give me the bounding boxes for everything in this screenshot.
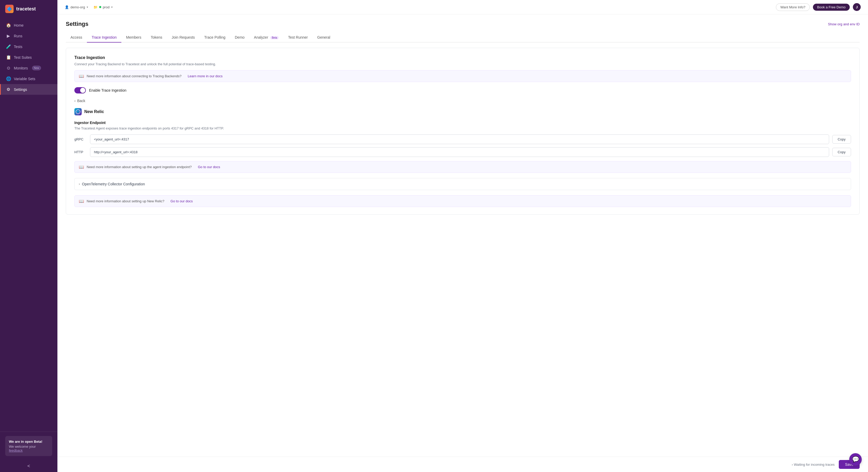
sidebar-item-label: Tests bbox=[14, 45, 23, 49]
toggle-label: Enable Trace Ingestion bbox=[89, 88, 126, 92]
http-endpoint-row: HTTP Copy bbox=[74, 147, 851, 157]
grpc-label: gRPC bbox=[74, 137, 87, 141]
sidebar-item-label: Runs bbox=[14, 34, 23, 38]
test-suites-icon: 📋 bbox=[6, 55, 11, 60]
topbar: 👤 demo-org ▾ 📁 prod ▾ Want More Info? Bo… bbox=[57, 0, 868, 14]
provider-icon bbox=[74, 108, 82, 115]
info-icon-3: 📖 bbox=[79, 199, 84, 204]
info-icon-2: 📖 bbox=[79, 165, 84, 170]
tab-tokens[interactable]: Tokens bbox=[146, 33, 167, 42]
env-name: prod bbox=[103, 5, 110, 9]
sidebar-footer: We are in open Beta! We welcome your fee… bbox=[0, 432, 57, 460]
sidebar-collapse-button[interactable]: < bbox=[0, 460, 57, 472]
provider-header: New Relic bbox=[74, 108, 851, 115]
sidebar: 🔷 tracetest 🏠 Home ▶ Runs 🧪 Tests 📋 Test… bbox=[0, 0, 57, 472]
tab-analyzer[interactable]: Analyzer Beta bbox=[249, 33, 283, 42]
endpoint-docs-link[interactable]: Go to our docs bbox=[198, 165, 220, 169]
main-content: 👤 demo-org ▾ 📁 prod ▾ Want More Info? Bo… bbox=[57, 0, 868, 472]
monitors-icon: ⊙ bbox=[6, 65, 11, 70]
enable-trace-ingestion-row: Enable Trace Ingestion bbox=[74, 87, 851, 93]
env-selector[interactable]: 📁 prod ▾ bbox=[93, 5, 113, 9]
http-copy-button[interactable]: Copy bbox=[832, 148, 851, 156]
sidebar-item-label: Test Suites bbox=[14, 55, 32, 60]
back-chevron-icon: ‹ bbox=[74, 99, 76, 103]
sidebar-item-monitors[interactable]: ⊙ Monitors New bbox=[0, 63, 57, 73]
user-avatar[interactable]: J bbox=[853, 3, 861, 11]
sidebar-item-label: Monitors bbox=[14, 66, 28, 70]
sidebar-nav: 🏠 Home ▶ Runs 🧪 Tests 📋 Test Suites ⊙ Mo… bbox=[0, 18, 57, 432]
sidebar-item-runs[interactable]: ▶ Runs bbox=[0, 31, 57, 41]
sidebar-item-tests[interactable]: 🧪 Tests bbox=[0, 41, 57, 52]
tab-members[interactable]: Members bbox=[121, 33, 146, 42]
tracing-backends-info-box: 📖 Need more information about connecting… bbox=[74, 70, 851, 82]
http-label: HTTP bbox=[74, 150, 87, 154]
feedback-link[interactable]: feedback bbox=[9, 448, 23, 452]
toggle-knob bbox=[80, 88, 85, 93]
back-link[interactable]: ‹ Back bbox=[74, 99, 851, 103]
org-chevron-icon: ▾ bbox=[87, 5, 88, 9]
settings-tabs: Access Trace Ingestion Members Tokens Jo… bbox=[66, 33, 860, 42]
env-chevron-icon: ▾ bbox=[111, 5, 113, 9]
org-name: demo-org bbox=[70, 5, 85, 9]
waiting-status: › Waiting for incoming traces bbox=[792, 463, 835, 467]
trace-ingestion-panel: Trace Ingestion Connect your Tracing Bac… bbox=[66, 48, 860, 215]
info-icon: 📖 bbox=[79, 73, 84, 79]
spinner-icon: › bbox=[792, 463, 793, 467]
env-status-dot bbox=[99, 6, 101, 8]
book-demo-button[interactable]: Book a Free Demo bbox=[813, 4, 850, 11]
sidebar-item-settings[interactable]: ⚙ Settings bbox=[0, 84, 57, 95]
runs-icon: ▶ bbox=[6, 33, 11, 38]
page-header: Settings Show org and env ID bbox=[66, 21, 860, 27]
tests-icon: 🧪 bbox=[6, 44, 11, 49]
beta-desc: We welcome your bbox=[9, 445, 36, 448]
beta-title: We are in open Beta! bbox=[9, 440, 49, 444]
http-input[interactable] bbox=[90, 147, 829, 157]
tab-test-runner[interactable]: Test Runner bbox=[283, 33, 312, 42]
logo-text: tracetest bbox=[16, 6, 36, 12]
topbar-right: Want More Info? Book a Free Demo J bbox=[776, 3, 861, 11]
otel-section-label: OpenTelemetry Collector Configuration bbox=[82, 182, 145, 186]
tab-trace-polling[interactable]: Trace Polling bbox=[199, 33, 230, 42]
enable-trace-ingestion-toggle[interactable] bbox=[74, 87, 86, 93]
org-icon: 👤 bbox=[65, 5, 69, 9]
org-selector[interactable]: 👤 demo-org ▾ bbox=[65, 5, 88, 9]
show-org-link[interactable]: Show org and env ID bbox=[828, 22, 860, 26]
sidebar-item-variable-sets[interactable]: 🌐 Variable Sets bbox=[0, 73, 57, 84]
provider-name: New Relic bbox=[84, 109, 104, 114]
grpc-input[interactable] bbox=[90, 135, 829, 144]
endpoint-info-box: 📖 Need more information about setting up… bbox=[74, 161, 851, 173]
tab-trace-ingestion[interactable]: Trace Ingestion bbox=[87, 33, 121, 42]
logo-icon: 🔷 bbox=[5, 5, 13, 13]
tab-join-requests[interactable]: Join Requests bbox=[167, 33, 199, 42]
grpc-endpoint-row: gRPC Copy bbox=[74, 135, 851, 144]
variable-sets-icon: 🌐 bbox=[6, 76, 11, 81]
beta-box: We are in open Beta! We welcome your fee… bbox=[5, 436, 52, 456]
sidebar-item-home[interactable]: 🏠 Home bbox=[0, 20, 57, 31]
sidebar-item-test-suites[interactable]: 📋 Test Suites bbox=[0, 52, 57, 63]
newrelic-docs-link[interactable]: Go to our docs bbox=[170, 199, 193, 203]
grpc-copy-button[interactable]: Copy bbox=[832, 135, 851, 144]
tab-access[interactable]: Access bbox=[66, 33, 87, 42]
home-icon: 🏠 bbox=[6, 23, 11, 28]
ingestor-title: Ingestor Endpoint bbox=[74, 121, 851, 125]
section-title: Trace Ingestion bbox=[74, 55, 851, 60]
sidebar-item-label: Settings bbox=[14, 87, 27, 92]
settings-icon: ⚙ bbox=[6, 87, 11, 92]
ingestor-desc: The Tracetest Agent exposes trace ingest… bbox=[74, 126, 851, 130]
topbar-left: 👤 demo-org ▾ 📁 prod ▾ bbox=[65, 5, 113, 9]
analyzer-beta-badge: Beta bbox=[270, 36, 279, 39]
otel-collector-section[interactable]: › OpenTelemetry Collector Configuration bbox=[74, 178, 851, 190]
want-info-button[interactable]: Want More Info? bbox=[776, 3, 810, 11]
learn-more-link[interactable]: Learn more in our docs bbox=[188, 74, 223, 78]
chat-bubble-button[interactable]: 💬 bbox=[849, 453, 862, 466]
monitors-new-badge: New bbox=[32, 66, 41, 70]
back-label: Back bbox=[77, 99, 85, 103]
section-desc: Connect your Tracing Backend to Tracetes… bbox=[74, 62, 851, 66]
endpoint-info-text: Need more information about setting up t… bbox=[87, 165, 192, 169]
page-title: Settings bbox=[66, 21, 89, 27]
tab-demo[interactable]: Demo bbox=[230, 33, 249, 42]
info-box-text: Need more information about connecting t… bbox=[87, 74, 182, 78]
newrelic-info-box: 📖 Need more information about setting up… bbox=[74, 195, 851, 207]
newrelic-info-text: Need more information about setting up N… bbox=[87, 199, 164, 203]
tab-general[interactable]: General bbox=[313, 33, 335, 42]
